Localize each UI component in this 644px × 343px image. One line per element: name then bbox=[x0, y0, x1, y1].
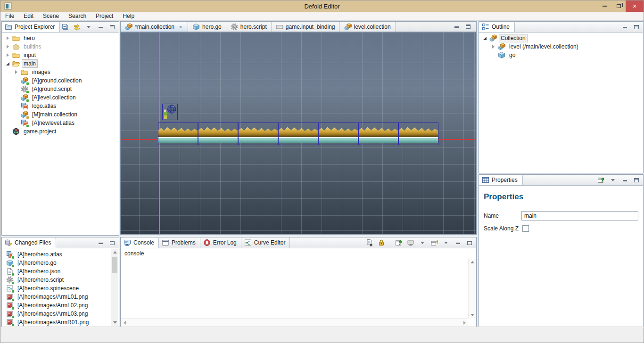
changed-file-row[interactable]: [A]hero/images/ArmR01.png bbox=[2, 318, 111, 326]
pin-view-button[interactable] bbox=[597, 176, 605, 184]
changed-file-row[interactable]: [A]hero/hero.json bbox=[2, 267, 111, 276]
menu-file[interactable]: File bbox=[0, 12, 19, 21]
changed-files-scrollbar[interactable] bbox=[111, 249, 118, 326]
changed-file-row[interactable]: [A]hero/hero.script bbox=[2, 276, 111, 284]
tab-error-log[interactable]: Error Log bbox=[200, 237, 241, 248]
tab-hero-script[interactable]: hero.script bbox=[226, 22, 272, 32]
scroll-up-button[interactable] bbox=[469, 259, 476, 266]
tree-item-logo-atlas[interactable]: logo.atlas bbox=[2, 102, 119, 110]
changed-file-row[interactable]: [A]hero/images/ArmL02.png bbox=[2, 301, 111, 310]
changed-file-row[interactable]: [A]hero/hero.atlas bbox=[2, 250, 111, 259]
minimize-editor-button[interactable] bbox=[452, 23, 461, 31]
minimize-view-button[interactable] bbox=[96, 23, 105, 31]
tab-changed-files[interactable]: Changed Files bbox=[2, 237, 56, 248]
pin-console-button[interactable] bbox=[395, 238, 403, 247]
changed-file-row[interactable]: [A]hero/images/ArmL01.png bbox=[2, 293, 111, 301]
tab-console[interactable]: Console bbox=[121, 237, 159, 248]
ground-tile[interactable] bbox=[358, 122, 398, 145]
maximize-view-button[interactable] bbox=[632, 176, 641, 184]
ground-tile[interactable] bbox=[398, 122, 438, 145]
scrollbar-thumb[interactable] bbox=[112, 257, 117, 273]
tab-outline[interactable]: Outline bbox=[479, 22, 515, 32]
tab-level-collection[interactable]: level.collection bbox=[340, 22, 396, 32]
tab-game-input-binding[interactable]: game.input_binding bbox=[272, 22, 340, 32]
view-menu-button[interactable] bbox=[609, 176, 617, 184]
tree-item-builtins[interactable]: builtins bbox=[2, 42, 119, 51]
maximize-view-button[interactable] bbox=[465, 238, 474, 247]
ground-tile[interactable] bbox=[158, 122, 198, 145]
expander-icon[interactable] bbox=[6, 35, 10, 41]
collapse-all-button[interactable] bbox=[61, 23, 69, 31]
minimize-view-button[interactable] bbox=[454, 238, 462, 247]
restore-button[interactable] bbox=[611, 0, 626, 12]
console-hscrollbar[interactable] bbox=[121, 318, 468, 326]
scroll-lock-button[interactable] bbox=[377, 238, 386, 247]
open-console-menu-button[interactable] bbox=[442, 238, 450, 247]
display-console-menu-button[interactable] bbox=[418, 238, 427, 247]
menu-project[interactable]: Project bbox=[91, 12, 118, 21]
menu-help[interactable]: Help bbox=[118, 12, 139, 21]
outline-item-go[interactable]: go bbox=[479, 51, 643, 59]
ground-tile[interactable] bbox=[238, 122, 278, 145]
expander-icon[interactable] bbox=[14, 69, 19, 75]
menu-edit[interactable]: Edit bbox=[19, 12, 38, 21]
outline-item-collection[interactable]: Collection bbox=[479, 34, 643, 42]
tree-item-main[interactable]: main bbox=[2, 59, 119, 68]
changed-file-row[interactable]: [A]hero/hero.go bbox=[2, 259, 111, 267]
ground-tile[interactable] bbox=[318, 122, 358, 145]
hero-sprite[interactable] bbox=[162, 104, 178, 120]
maximize-view-button[interactable] bbox=[632, 23, 641, 31]
clear-console-button[interactable] bbox=[365, 238, 374, 247]
menu-scene[interactable]: Scene bbox=[38, 12, 64, 21]
ground-tile[interactable] bbox=[278, 122, 318, 145]
tab-hero-go[interactable]: hero.go bbox=[188, 22, 226, 32]
tree-item-game-project[interactable]: game.project bbox=[2, 127, 119, 136]
expander-icon[interactable] bbox=[483, 35, 487, 41]
changed-file-row[interactable]: [A]hero/images/ArmL03.png bbox=[2, 310, 111, 318]
view-menu-button[interactable] bbox=[84, 23, 93, 31]
expander-icon[interactable] bbox=[6, 44, 10, 49]
tree-item-images[interactable]: images bbox=[2, 68, 119, 76]
tab-project-explorer[interactable]: Project Explorer bbox=[2, 22, 60, 32]
tree-item-input[interactable]: input bbox=[2, 51, 119, 59]
scene-viewport[interactable] bbox=[120, 32, 477, 235]
tree-item-level-collection[interactable]: [A]level.collection bbox=[2, 93, 119, 102]
minimize-view-button[interactable] bbox=[620, 23, 629, 31]
ground-tile[interactable] bbox=[198, 122, 238, 145]
minimize-view-button[interactable] bbox=[96, 238, 105, 247]
close-button[interactable] bbox=[626, 0, 644, 12]
name-input[interactable] bbox=[521, 211, 638, 220]
outline-item-level[interactable]: level (/main/level.collection) bbox=[479, 42, 643, 51]
tab-main-collection[interactable]: *main.collection bbox=[121, 22, 188, 32]
display-console-button[interactable] bbox=[406, 238, 415, 247]
tab-properties[interactable]: Properties bbox=[479, 175, 523, 185]
changed-file-row[interactable]: [A]hero/hero.spinescene bbox=[2, 284, 111, 293]
maximize-view-button[interactable] bbox=[108, 23, 116, 31]
tree-item-newlevel-atlas[interactable]: [A]newlevel.atlas bbox=[2, 119, 119, 127]
status-bar bbox=[0, 327, 644, 343]
tree-item-ground-collection[interactable]: [A]ground.collection bbox=[2, 76, 119, 85]
console-vscrollbar[interactable] bbox=[468, 259, 476, 318]
open-console-button[interactable] bbox=[430, 238, 438, 247]
close-tab-icon[interactable] bbox=[178, 24, 183, 30]
scroll-left-button[interactable] bbox=[121, 319, 129, 327]
tab-problems[interactable]: Problems bbox=[159, 237, 200, 248]
tree-item-main-collection[interactable]: [M]main.collection bbox=[2, 110, 119, 119]
scroll-down-button[interactable] bbox=[111, 318, 119, 326]
menu-search[interactable]: Search bbox=[64, 12, 91, 21]
maximize-view-button[interactable] bbox=[108, 238, 116, 247]
maximize-editor-button[interactable] bbox=[464, 23, 472, 31]
scroll-down-button[interactable] bbox=[469, 311, 476, 318]
expander-icon[interactable] bbox=[6, 61, 10, 66]
tree-item-ground-script[interactable]: [A]ground.script bbox=[2, 85, 119, 93]
expander-icon[interactable] bbox=[6, 52, 10, 58]
scroll-up-button[interactable] bbox=[111, 249, 119, 256]
scale-along-z-checkbox[interactable] bbox=[522, 225, 529, 232]
scroll-right-button[interactable] bbox=[461, 319, 468, 327]
tree-item-hero[interactable]: hero bbox=[2, 34, 119, 42]
tab-curve-editor[interactable]: Curve Editor bbox=[241, 237, 290, 248]
expander-icon[interactable] bbox=[491, 44, 496, 49]
link-with-editor-button[interactable] bbox=[73, 23, 81, 31]
minimize-button[interactable] bbox=[597, 0, 611, 12]
minimize-view-button[interactable] bbox=[620, 176, 629, 184]
